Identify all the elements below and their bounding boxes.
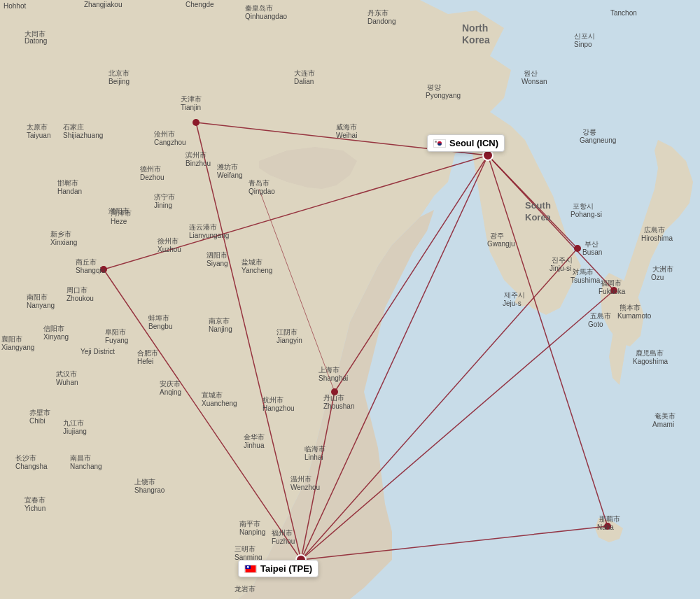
svg-text:青岛市: 青岛市	[248, 179, 270, 187]
seoul-label: Seoul (ICN)	[449, 138, 498, 148]
svg-text:蚌埠市: 蚌埠市	[148, 314, 169, 322]
svg-text:Qingdao: Qingdao	[248, 188, 275, 195]
svg-text:원산: 원산	[524, 69, 538, 77]
svg-text:Binzhou: Binzhou	[186, 160, 211, 167]
svg-text:Amami: Amami	[652, 421, 674, 428]
svg-text:丹东市: 丹东市	[368, 9, 388, 17]
svg-text:강릉: 강릉	[582, 128, 596, 136]
svg-text:Cangzhou: Cangzhou	[154, 139, 186, 146]
svg-text:Hiroshima: Hiroshima	[641, 234, 673, 242]
svg-text:Hohhot: Hohhot	[4, 2, 26, 10]
svg-text:Qinhuangdao: Qinhuangdao	[245, 13, 287, 20]
svg-text:秦皇岛市: 秦皇岛市	[245, 4, 273, 12]
svg-text:Nanyang: Nanyang	[27, 302, 55, 309]
svg-text:Anqing: Anqing	[160, 388, 181, 396]
svg-text:Korea: Korea	[462, 34, 490, 45]
svg-text:Wonsan: Wonsan	[522, 78, 547, 85]
svg-text:対馬市: 対馬市	[573, 268, 594, 276]
seoul-tooltip: Seoul (ICN)	[427, 134, 505, 152]
svg-text:大洲市: 大洲市	[652, 265, 673, 273]
svg-text:포항시: 포항시	[573, 202, 594, 210]
svg-text:Yichun: Yichun	[24, 505, 46, 512]
svg-text:Linhai: Linhai	[304, 453, 323, 461]
svg-text:Zhoushan: Zhoushan	[323, 402, 354, 410]
svg-text:Tsushima: Tsushima	[570, 276, 601, 284]
svg-text:江阴市: 江阴市	[276, 328, 298, 336]
svg-text:Chengde: Chengde	[186, 1, 214, 8]
svg-text:武汉市: 武汉市	[56, 370, 77, 378]
svg-text:Busan: Busan	[582, 248, 602, 256]
svg-text:Weihai: Weihai	[336, 132, 357, 139]
svg-text:Dandong: Dandong	[368, 17, 396, 25]
svg-text:盐城市: 盐城市	[241, 258, 262, 266]
svg-text:Handan: Handan	[57, 188, 82, 195]
svg-text:南昌市: 南昌市	[70, 454, 91, 462]
svg-text:那覇市: 那覇市	[599, 515, 620, 523]
svg-text:Xuzhou: Xuzhou	[158, 246, 181, 253]
svg-text:宣城市: 宣城市	[202, 391, 223, 399]
svg-text:滨州市: 滨州市	[186, 151, 206, 159]
svg-text:진주시: 진주시	[552, 256, 573, 264]
svg-text:Datong: Datong	[24, 37, 47, 45]
svg-text:新乡市: 新乡市	[50, 230, 71, 238]
svg-text:临海市: 临海市	[304, 445, 326, 453]
taipei-tooltip: Taipei (TPE)	[238, 560, 318, 577]
svg-text:泗阳市: 泗阳市	[206, 251, 227, 259]
svg-text:徐州市: 徐州市	[158, 237, 178, 245]
svg-text:Xinxiang: Xinxiang	[50, 239, 77, 246]
svg-text:三明市: 三明市	[234, 545, 255, 553]
svg-text:Gangneung: Gangneung	[580, 136, 616, 144]
svg-text:南平市: 南平市	[239, 520, 260, 528]
svg-text:太原市: 太原市	[27, 123, 48, 131]
svg-text:Weifang: Weifang	[217, 171, 243, 179]
svg-text:Dalian: Dalian	[294, 78, 314, 85]
svg-text:Nanping: Nanping	[239, 528, 265, 536]
svg-text:合肥市: 合肥市	[137, 349, 158, 357]
svg-text:鹿児島市: 鹿児島市	[636, 349, 664, 357]
svg-point-19	[574, 245, 581, 252]
svg-text:丹山市: 丹山市	[323, 394, 344, 402]
map-container: Hohhot 大同市 Datong 北京市 Beijing Zhangjiako…	[0, 0, 700, 599]
svg-text:Bengbu: Bengbu	[148, 323, 172, 330]
svg-text:威海市: 威海市	[336, 123, 357, 131]
svg-text:上饶市: 上饶市	[134, 478, 155, 486]
svg-text:南阳市: 南阳市	[27, 293, 48, 301]
svg-text:부산: 부산	[584, 240, 598, 248]
svg-text:Hefei: Hefei	[137, 358, 153, 365]
svg-text:Naha: Naha	[597, 523, 614, 531]
svg-text:大连市: 大连市	[294, 69, 315, 77]
svg-text:Heze: Heze	[111, 218, 127, 225]
svg-text:襄阳市: 襄阳市	[1, 335, 22, 343]
svg-text:평양: 평양	[427, 83, 441, 91]
svg-text:Nanjing: Nanjing	[209, 325, 232, 333]
svg-text:Fuzhou: Fuzhou	[272, 537, 295, 545]
svg-text:Wuhan: Wuhan	[56, 379, 78, 386]
svg-text:South: South	[525, 200, 551, 211]
svg-text:Siyang: Siyang	[206, 260, 228, 267]
svg-text:Changsha: Changsha	[15, 463, 48, 470]
svg-text:杭州市: 杭州市	[262, 396, 284, 404]
svg-text:Chibi: Chibi	[29, 417, 46, 425]
svg-text:Xiangyang: Xiangyang	[1, 344, 34, 351]
svg-text:広島市: 広島市	[644, 226, 665, 234]
taiwan-flag-icon	[244, 565, 257, 573]
svg-text:Xinyang: Xinyang	[43, 333, 69, 341]
svg-text:Pohang-si: Pohang-si	[570, 211, 602, 218]
svg-text:Yeji District: Yeji District	[80, 348, 115, 355]
svg-text:Kagoshima: Kagoshima	[633, 358, 668, 365]
svg-text:Fuyang: Fuyang	[105, 337, 128, 344]
korea-flag-icon	[433, 139, 446, 148]
svg-text:龙岩市: 龙岩市	[234, 585, 255, 593]
svg-text:Gwangju: Gwangju	[487, 240, 514, 248]
svg-text:宜春市: 宜春市	[24, 496, 46, 504]
svg-text:九江市: 九江市	[63, 419, 84, 427]
svg-text:Yancheng: Yancheng	[241, 267, 272, 274]
svg-text:连云港市: 连云港市	[189, 223, 217, 231]
svg-text:Jinhua: Jinhua	[244, 442, 265, 449]
svg-text:南京市: 南京市	[209, 317, 230, 325]
svg-text:Sinpo: Sinpo	[574, 41, 592, 48]
svg-text:福州市: 福州市	[272, 529, 293, 537]
svg-text:North: North	[462, 22, 488, 34]
svg-text:Ozu: Ozu	[651, 274, 664, 281]
svg-text:Tanchon: Tanchon	[610, 9, 637, 17]
